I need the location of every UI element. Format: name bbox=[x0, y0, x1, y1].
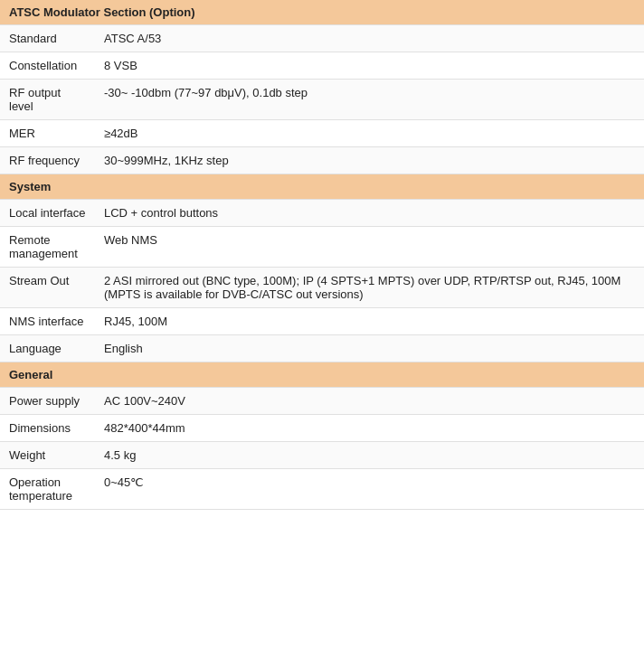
table-row: StandardATSC A/53 bbox=[0, 25, 644, 52]
table-row: Stream Out2 ASI mirrored out (BNC type, … bbox=[0, 268, 644, 308]
row-label: RF output level bbox=[0, 80, 95, 120]
table-row: Operation temperature0~45℃ bbox=[0, 469, 644, 510]
row-value: -30~ -10dbm (77~97 dbμV), 0.1db step bbox=[95, 80, 644, 120]
row-value: 2 ASI mirrored out (BNC type, 100M); IP … bbox=[95, 268, 644, 308]
row-label: RF frequency bbox=[0, 147, 95, 174]
row-label: Dimensions bbox=[0, 415, 95, 442]
row-label: NMS interface bbox=[0, 308, 95, 335]
row-label: Local interface bbox=[0, 200, 95, 227]
section-header-cell: General bbox=[0, 362, 644, 388]
row-value: 482*400*44mm bbox=[95, 415, 644, 442]
row-label: MER bbox=[0, 120, 95, 147]
row-label: Remote management bbox=[0, 227, 95, 268]
section-header-row: General bbox=[0, 362, 644, 388]
table-row: Dimensions482*400*44mm bbox=[0, 415, 644, 442]
row-value: ≥42dB bbox=[95, 120, 644, 147]
row-value: English bbox=[95, 335, 644, 362]
row-value: LCD + control buttons bbox=[95, 200, 644, 227]
table-row: MER≥42dB bbox=[0, 120, 644, 147]
table-row: Remote managementWeb NMS bbox=[0, 227, 644, 268]
table-row: Power supplyAC 100V~240V bbox=[0, 388, 644, 415]
section-header-row: System bbox=[0, 174, 644, 200]
section-header-row: ATSC Modulator Section (Option) bbox=[0, 0, 644, 25]
row-value: 4.5 kg bbox=[95, 442, 644, 469]
row-label: Operation temperature bbox=[0, 469, 95, 510]
row-value: 0~45℃ bbox=[95, 469, 644, 510]
specs-table: ATSC Modulator Section (Option)StandardA… bbox=[0, 0, 644, 510]
table-row: Constellation8 VSB bbox=[0, 52, 644, 80]
table-row: RF frequency30~999MHz, 1KHz step bbox=[0, 147, 644, 174]
section-header-cell: ATSC Modulator Section (Option) bbox=[0, 0, 644, 25]
row-label: Stream Out bbox=[0, 268, 95, 308]
section-header-cell: System bbox=[0, 174, 644, 200]
table-row: RF output level-30~ -10dbm (77~97 dbμV),… bbox=[0, 80, 644, 120]
row-label: Constellation bbox=[0, 52, 95, 80]
row-value: Web NMS bbox=[95, 227, 644, 268]
row-value: 8 VSB bbox=[95, 52, 644, 80]
row-label: Language bbox=[0, 335, 95, 362]
row-value: AC 100V~240V bbox=[95, 388, 644, 415]
row-value: RJ45, 100M bbox=[95, 308, 644, 335]
row-label: Weight bbox=[0, 442, 95, 469]
table-row: LanguageEnglish bbox=[0, 335, 644, 362]
row-value: ATSC A/53 bbox=[95, 25, 644, 52]
row-label: Power supply bbox=[0, 388, 95, 415]
table-row: NMS interfaceRJ45, 100M bbox=[0, 308, 644, 335]
table-row: Local interfaceLCD + control buttons bbox=[0, 200, 644, 227]
table-row: Weight4.5 kg bbox=[0, 442, 644, 469]
row-value: 30~999MHz, 1KHz step bbox=[95, 147, 644, 174]
row-label: Standard bbox=[0, 25, 95, 52]
